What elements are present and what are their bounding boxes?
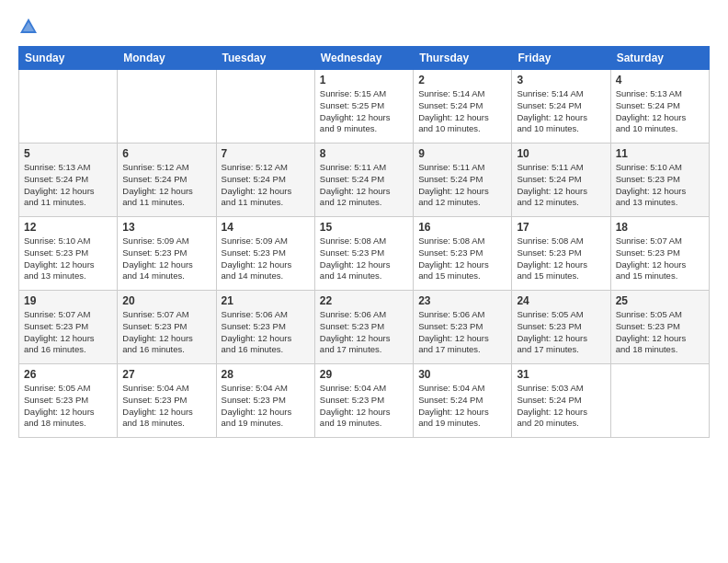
page: SundayMondayTuesdayWednesdayThursdayFrid… [0, 0, 728, 563]
calendar-cell [19, 70, 118, 144]
calendar-cell: 12Sunrise: 5:10 AM Sunset: 5:23 PM Dayli… [19, 217, 118, 291]
day-info: Sunrise: 5:04 AM Sunset: 5:23 PM Dayligh… [122, 383, 210, 430]
day-number: 20 [122, 294, 210, 307]
calendar-cell: 9Sunrise: 5:11 AM Sunset: 5:24 PM Daylig… [414, 144, 512, 217]
weekday-header-friday: Friday [512, 47, 610, 70]
day-info: Sunrise: 5:13 AM Sunset: 5:24 PM Dayligh… [616, 88, 704, 135]
day-info: Sunrise: 5:15 AM Sunset: 5:25 PM Dayligh… [320, 88, 408, 135]
day-info: Sunrise: 5:13 AM Sunset: 5:24 PM Dayligh… [24, 162, 112, 209]
calendar-cell: 14Sunrise: 5:09 AM Sunset: 5:23 PM Dayli… [216, 217, 314, 291]
day-number: 7 [222, 147, 310, 160]
calendar-cell: 1Sunrise: 5:15 AM Sunset: 5:25 PM Daylig… [314, 70, 413, 144]
day-number: 15 [320, 221, 408, 234]
day-number: 23 [418, 294, 506, 307]
day-info: Sunrise: 5:07 AM Sunset: 5:23 PM Dayligh… [616, 236, 704, 282]
header [18, 17, 710, 37]
calendar-cell: 11Sunrise: 5:10 AM Sunset: 5:23 PM Dayli… [610, 144, 709, 217]
calendar-cell: 6Sunrise: 5:12 AM Sunset: 5:24 PM Daylig… [118, 144, 216, 217]
calendar-cell: 26Sunrise: 5:05 AM Sunset: 5:23 PM Dayli… [19, 364, 118, 438]
day-info: Sunrise: 5:04 AM Sunset: 5:24 PM Dayligh… [418, 383, 506, 430]
calendar-cell: 30Sunrise: 5:04 AM Sunset: 5:24 PM Dayli… [414, 364, 512, 438]
day-number: 28 [222, 368, 310, 381]
day-number: 24 [517, 294, 605, 307]
calendar-cell [610, 364, 709, 438]
day-number: 5 [24, 147, 112, 160]
day-number: 22 [320, 294, 408, 307]
weekday-header-wednesday: Wednesday [314, 47, 413, 70]
calendar-cell: 18Sunrise: 5:07 AM Sunset: 5:23 PM Dayli… [610, 217, 709, 291]
calendar-cell: 16Sunrise: 5:08 AM Sunset: 5:23 PM Dayli… [414, 217, 512, 291]
day-number: 6 [122, 147, 210, 160]
week-row-5: 26Sunrise: 5:05 AM Sunset: 5:23 PM Dayli… [19, 364, 710, 438]
weekday-header-saturday: Saturday [610, 47, 709, 70]
day-number: 19 [24, 294, 112, 307]
day-info: Sunrise: 5:06 AM Sunset: 5:23 PM Dayligh… [418, 309, 506, 356]
day-number: 12 [24, 221, 112, 234]
day-info: Sunrise: 5:05 AM Sunset: 5:23 PM Dayligh… [24, 383, 112, 430]
calendar-cell: 19Sunrise: 5:07 AM Sunset: 5:23 PM Dayli… [19, 291, 118, 364]
calendar-cell: 22Sunrise: 5:06 AM Sunset: 5:23 PM Dayli… [314, 291, 413, 364]
day-info: Sunrise: 5:10 AM Sunset: 5:23 PM Dayligh… [616, 162, 704, 209]
day-number: 18 [616, 221, 704, 234]
calendar-cell: 21Sunrise: 5:06 AM Sunset: 5:23 PM Dayli… [216, 291, 314, 364]
calendar-table: SundayMondayTuesdayWednesdayThursdayFrid… [18, 46, 710, 438]
calendar-cell: 27Sunrise: 5:04 AM Sunset: 5:23 PM Dayli… [118, 364, 216, 438]
day-number: 25 [616, 294, 704, 307]
day-info: Sunrise: 5:11 AM Sunset: 5:24 PM Dayligh… [320, 162, 408, 209]
calendar-cell: 17Sunrise: 5:08 AM Sunset: 5:23 PM Dayli… [512, 217, 610, 291]
day-number: 11 [616, 147, 704, 160]
day-number: 9 [418, 147, 506, 160]
day-info: Sunrise: 5:07 AM Sunset: 5:23 PM Dayligh… [122, 309, 210, 356]
day-info: Sunrise: 5:04 AM Sunset: 5:23 PM Dayligh… [320, 383, 408, 430]
week-row-3: 12Sunrise: 5:10 AM Sunset: 5:23 PM Dayli… [19, 217, 710, 291]
day-number: 13 [122, 221, 210, 234]
weekday-header-thursday: Thursday [414, 47, 512, 70]
weekday-header-row: SundayMondayTuesdayWednesdayThursdayFrid… [19, 47, 710, 70]
day-number: 31 [517, 368, 605, 381]
day-number: 14 [222, 221, 310, 234]
week-row-1: 1Sunrise: 5:15 AM Sunset: 5:25 PM Daylig… [19, 70, 710, 144]
day-number: 16 [418, 221, 506, 234]
day-number: 26 [24, 368, 112, 381]
day-info: Sunrise: 5:03 AM Sunset: 5:24 PM Dayligh… [517, 383, 605, 430]
day-info: Sunrise: 5:11 AM Sunset: 5:24 PM Dayligh… [517, 162, 605, 209]
weekday-header-monday: Monday [118, 47, 216, 70]
calendar-cell: 13Sunrise: 5:09 AM Sunset: 5:23 PM Dayli… [118, 217, 216, 291]
day-number: 1 [320, 74, 408, 86]
day-info: Sunrise: 5:14 AM Sunset: 5:24 PM Dayligh… [517, 88, 605, 135]
day-info: Sunrise: 5:08 AM Sunset: 5:23 PM Dayligh… [320, 236, 408, 282]
calendar-cell [118, 70, 216, 144]
weekday-header-sunday: Sunday [19, 47, 118, 70]
day-info: Sunrise: 5:07 AM Sunset: 5:23 PM Dayligh… [24, 309, 112, 356]
day-number: 3 [517, 74, 605, 86]
day-info: Sunrise: 5:06 AM Sunset: 5:23 PM Dayligh… [320, 309, 408, 356]
day-info: Sunrise: 5:09 AM Sunset: 5:23 PM Dayligh… [122, 236, 210, 282]
day-number: 2 [418, 74, 506, 86]
calendar-cell: 23Sunrise: 5:06 AM Sunset: 5:23 PM Dayli… [414, 291, 512, 364]
calendar-cell: 20Sunrise: 5:07 AM Sunset: 5:23 PM Dayli… [118, 291, 216, 364]
day-info: Sunrise: 5:06 AM Sunset: 5:23 PM Dayligh… [222, 309, 310, 356]
day-number: 8 [320, 147, 408, 160]
calendar-cell: 25Sunrise: 5:05 AM Sunset: 5:23 PM Dayli… [610, 291, 709, 364]
day-info: Sunrise: 5:09 AM Sunset: 5:23 PM Dayligh… [222, 236, 310, 282]
week-row-2: 5Sunrise: 5:13 AM Sunset: 5:24 PM Daylig… [19, 144, 710, 217]
day-info: Sunrise: 5:12 AM Sunset: 5:24 PM Dayligh… [122, 162, 210, 209]
calendar-cell: 10Sunrise: 5:11 AM Sunset: 5:24 PM Dayli… [512, 144, 610, 217]
calendar-cell: 31Sunrise: 5:03 AM Sunset: 5:24 PM Dayli… [512, 364, 610, 438]
calendar-cell: 24Sunrise: 5:05 AM Sunset: 5:23 PM Dayli… [512, 291, 610, 364]
calendar-cell: 15Sunrise: 5:08 AM Sunset: 5:23 PM Dayli… [314, 217, 413, 291]
weekday-header-tuesday: Tuesday [216, 47, 314, 70]
day-number: 21 [222, 294, 310, 307]
day-info: Sunrise: 5:08 AM Sunset: 5:23 PM Dayligh… [418, 236, 506, 282]
calendar-cell: 29Sunrise: 5:04 AM Sunset: 5:23 PM Dayli… [314, 364, 413, 438]
day-info: Sunrise: 5:08 AM Sunset: 5:23 PM Dayligh… [517, 236, 605, 282]
day-info: Sunrise: 5:05 AM Sunset: 5:23 PM Dayligh… [616, 309, 704, 356]
logo-icon [18, 17, 39, 37]
week-row-4: 19Sunrise: 5:07 AM Sunset: 5:23 PM Dayli… [19, 291, 710, 364]
day-info: Sunrise: 5:04 AM Sunset: 5:23 PM Dayligh… [222, 383, 310, 430]
day-info: Sunrise: 5:11 AM Sunset: 5:24 PM Dayligh… [418, 162, 506, 209]
day-number: 17 [517, 221, 605, 234]
day-info: Sunrise: 5:12 AM Sunset: 5:24 PM Dayligh… [222, 162, 310, 209]
calendar-cell: 8Sunrise: 5:11 AM Sunset: 5:24 PM Daylig… [314, 144, 413, 217]
calendar-cell: 5Sunrise: 5:13 AM Sunset: 5:24 PM Daylig… [19, 144, 118, 217]
